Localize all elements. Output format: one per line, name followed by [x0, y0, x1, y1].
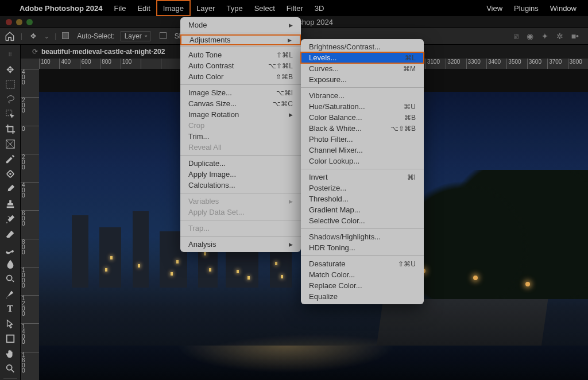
adjustments-photo-filter[interactable]: Photo Filter... [301, 134, 424, 145]
menubar-layer[interactable]: Layer [191, 0, 221, 16]
healing-tool[interactable] [2, 168, 18, 180]
menubar-file[interactable]: File [108, 0, 131, 16]
menu-item-shortcut: ⌘B [404, 114, 416, 122]
image-menu-auto-tone[interactable]: Auto Tone⇧⌘L [180, 49, 301, 60]
type-tool[interactable]: T [2, 303, 18, 315]
menubar-window[interactable]: Window [544, 0, 582, 16]
menu-item-shortcut: ⌥⌘I [276, 89, 293, 97]
adjustments-color-balance[interactable]: Color Balance...⌘B [301, 112, 424, 123]
menu-item-label: Trim... [188, 132, 209, 141]
lasso-tool[interactable] [2, 93, 18, 106]
adjustments-replace-color[interactable]: Replace Color... [301, 280, 424, 291]
menu-item-label: Shadows/Highlights... [309, 232, 381, 241]
menu-item-shortcut: ⌥⇧⌘B [390, 125, 416, 133]
adjustments-hdr-toning[interactable]: HDR Toning... [301, 242, 424, 253]
move-tool[interactable]: ✥ [2, 63, 18, 76]
path-select-tool[interactable] [2, 317, 18, 330]
menu-item-label: Reveal All [188, 143, 222, 152]
image-menu-mode[interactable]: Mode [180, 20, 301, 30]
frame-tool[interactable] [2, 138, 18, 150]
menubar-select[interactable]: Select [249, 0, 281, 16]
shape-tool[interactable] [2, 332, 18, 345]
dodge-tool[interactable] [2, 273, 18, 285]
brush-tool[interactable] [2, 183, 18, 195]
menubar-plugins[interactable]: Plugins [508, 0, 544, 16]
menubar-app[interactable]: Adobe Photoshop 2024 [14, 0, 108, 16]
adjustments-selective-color[interactable]: Selective Color... [301, 215, 424, 226]
crop-tool[interactable] [2, 123, 18, 135]
adjustments-black-white[interactable]: Black & White...⌥⇧⌘B [301, 123, 424, 134]
adjustments-shadows-highlights[interactable]: Shadows/Highlights... [301, 231, 424, 242]
menubar-type[interactable]: Type [221, 0, 249, 16]
gradient-tool[interactable] [2, 243, 18, 255]
menu-item-label: Levels... [309, 53, 336, 62]
image-menu-canvas-size[interactable]: Canvas Size...⌥⌘C [180, 98, 301, 109]
image-menu-image-rotation[interactable]: Image Rotation [180, 109, 301, 120]
menubar-3d[interactable]: 3D [309, 0, 330, 16]
auto-select-checkbox[interactable] [62, 32, 71, 41]
menu-item-label: HDR Toning... [309, 243, 355, 252]
image-menu-duplicate[interactable]: Duplicate... [180, 158, 301, 169]
history-brush-tool[interactable] [2, 213, 18, 226]
adjustments-exposure[interactable]: Exposure... [301, 74, 424, 85]
image-menu-trim[interactable]: Trim... [180, 131, 301, 142]
adjustments-posterize[interactable]: Posterize... [301, 183, 424, 193]
eyedropper-tool[interactable] [2, 153, 18, 165]
adjustments-curves[interactable]: Curves...⌘M [301, 63, 424, 74]
zoom-tool[interactable] [2, 362, 18, 375]
image-menu-image-size[interactable]: Image Size...⌥⌘I [180, 87, 301, 98]
pen-tool[interactable] [2, 288, 18, 300]
adjustments-levels[interactable]: Levels...⌘L [301, 52, 424, 63]
adjustments-match-color[interactable]: Match Color... [301, 269, 424, 280]
adjustments-vibrance[interactable]: Vibrance... [301, 90, 424, 101]
image-menu-auto-color[interactable]: Auto Color⇧⌘B [180, 71, 301, 82]
auto-select-dropdown[interactable]: Layer [121, 31, 150, 41]
menu-item-label: Apply Image... [188, 170, 236, 179]
adjustments-equalize[interactable]: Equalize [301, 291, 424, 302]
menu-item-label: Gradient Map... [309, 205, 361, 214]
image-menu-calculations[interactable]: Calculations... [180, 180, 301, 191]
menubar-image[interactable]: Image [156, 0, 191, 16]
image-menu-auto-contrast[interactable]: Auto Contrast⌥⇧⌘L [180, 60, 301, 71]
show-transform-checkbox[interactable] [160, 32, 169, 41]
object-select-tool[interactable] [2, 108, 18, 121]
adjustments-color-lookup[interactable]: Color Lookup... [301, 156, 424, 166]
menu-item-label: Vibrance... [309, 91, 345, 100]
menu-item-label: Auto Contrast [188, 61, 234, 70]
video-icon[interactable]: ■• [571, 32, 579, 41]
menu-item-label: Color Lookup... [309, 157, 359, 165]
menubar-edit[interactable]: Edit [131, 0, 156, 16]
menu-item-label: Calculations... [188, 181, 235, 189]
tools-panel: ⠿ ✥ T [0, 45, 21, 380]
image-menu-adjustments[interactable]: Adjustments [180, 34, 301, 45]
hand-tool[interactable] [2, 347, 18, 360]
menu-item-shortcut: ⌘M [403, 65, 416, 73]
menu-item-label: Analysis [188, 240, 216, 249]
image-menu-reveal-all: Reveal All [180, 142, 301, 153]
3d-mode-icon[interactable]: ◉ [527, 32, 533, 41]
image-menu-analysis[interactable]: Analysis [180, 239, 301, 250]
image-menu-apply-data-set: Apply Data Set... [180, 207, 301, 218]
menubar-filter[interactable]: Filter [281, 0, 309, 16]
image-menu-trap: Trap... [180, 223, 301, 234]
marquee-tool[interactable] [2, 78, 18, 91]
adjustments-hue-saturation[interactable]: Hue/Saturation...⌘U [301, 101, 424, 112]
menubar-view[interactable]: View [481, 0, 508, 16]
home-icon[interactable] [5, 31, 15, 41]
adjustments-desaturate[interactable]: Desaturate⇧⌘U [301, 258, 424, 269]
image-menu-apply-image[interactable]: Apply Image... [180, 169, 301, 180]
align-icon[interactable]: ⎚ [514, 32, 519, 41]
adjustments-gradient-map[interactable]: Gradient Map... [301, 204, 424, 215]
adjustments-threshold[interactable]: Threshold... [301, 193, 424, 204]
distribute-icon[interactable]: ✦ [541, 32, 548, 41]
adjustments-channel-mixer[interactable]: Channel Mixer... [301, 145, 424, 156]
menu-item-label: Exposure... [309, 75, 347, 84]
move-tool-icon[interactable]: ✥ [28, 31, 38, 41]
blur-tool[interactable] [2, 258, 18, 270]
more-options-icon[interactable]: ✲ [556, 32, 563, 41]
adjustments-invert[interactable]: Invert⌘I [301, 172, 424, 183]
adjustments-brightness-contrast[interactable]: Brightness/Contrast... [301, 41, 424, 52]
menu-item-shortcut: ⌘I [407, 173, 416, 181]
eraser-tool[interactable] [2, 228, 18, 241]
stamp-tool[interactable] [2, 197, 18, 210]
